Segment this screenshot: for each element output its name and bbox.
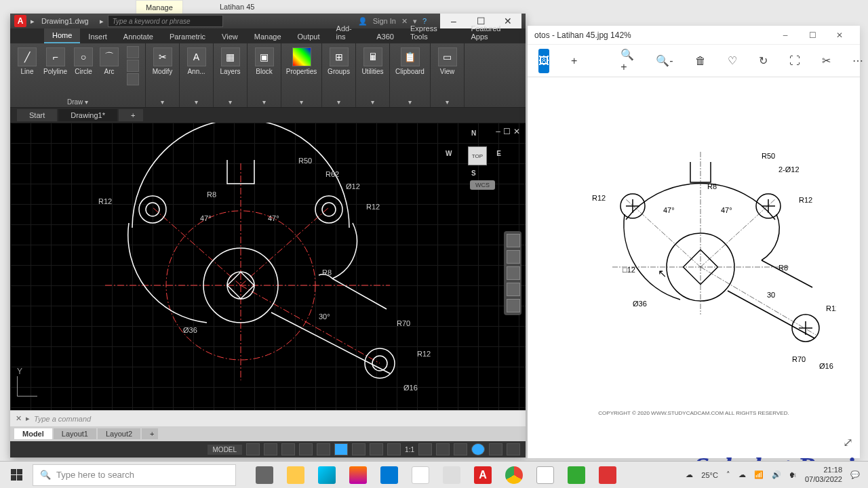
sb-polar-icon[interactable] [299, 443, 313, 455]
crop-icon[interactable]: ⛶ [789, 49, 800, 73]
sb-hardware-icon[interactable] [471, 443, 485, 455]
circle-tool[interactable]: ○Circle [73, 46, 94, 77]
autocad-logo-icon[interactable]: A [14, 15, 26, 27]
tab-manage[interactable]: Manage [246, 30, 290, 43]
photos-content[interactable]: R12 R12 R12 R8 R8 R50 2-Ø12 □12 Ø16 Ø36 … [528, 77, 860, 457]
drawing-canvas[interactable]: R12 R12 R12 R8 R8 R50 R62 Ø12 R70 Ø16 Ø3… [10, 123, 526, 410]
sb-grid-icon[interactable] [246, 443, 260, 455]
orbit-icon[interactable] [507, 283, 520, 296]
sb-iso-icon[interactable] [454, 443, 467, 455]
sb-model[interactable]: MODEL [208, 445, 243, 455]
tab-parametric[interactable]: Parametric [161, 30, 214, 43]
sb-3dosnap-icon[interactable] [334, 443, 348, 455]
app1-icon[interactable] [530, 462, 560, 489]
viewcube-top[interactable]: TOP [468, 146, 487, 165]
sb-snap-icon[interactable] [264, 443, 277, 455]
layout1-tab[interactable]: Layout1 [54, 428, 96, 439]
edge-icon[interactable] [312, 462, 342, 489]
photos-max-button[interactable]: ☐ [799, 26, 826, 45]
command-line[interactable]: ✕ ▸ Type a command [10, 410, 526, 426]
polyline-tool[interactable]: ⌐Polyline [42, 46, 68, 77]
tab-featured[interactable]: Featured Apps [462, 22, 526, 43]
camtasia-icon[interactable] [561, 462, 591, 489]
weather-temp[interactable]: 25°C [701, 471, 718, 479]
onedrive-icon[interactable]: ☁ [738, 470, 746, 479]
app2-icon[interactable] [593, 462, 623, 489]
sb-transparency-icon[interactable] [387, 443, 401, 455]
wifi-icon[interactable]: 📶 [754, 470, 764, 479]
tab-output[interactable]: Output [290, 30, 328, 43]
sb-lweight-icon[interactable] [370, 443, 383, 455]
sb-clean-icon[interactable] [489, 443, 502, 455]
photos-min-button[interactable]: – [772, 26, 799, 45]
autocad-search-input[interactable]: Type a keyword or phrase [108, 15, 223, 27]
collection-icon[interactable]: 🖼 [538, 49, 549, 73]
mail-icon[interactable] [406, 462, 435, 489]
favorite-icon[interactable]: ♡ [728, 49, 737, 73]
more-icon[interactable]: ⋯ [852, 49, 863, 73]
annotation-tool[interactable]: AAnn... [186, 46, 208, 77]
volume-icon[interactable]: 🔊 [772, 470, 781, 479]
tab-a360[interactable]: A360 [368, 30, 402, 43]
zoomout-icon[interactable]: 🔍- [656, 49, 673, 73]
properties-tool[interactable]: Properties [285, 46, 319, 77]
wcs-label[interactable]: WCS [470, 180, 495, 190]
view-tool[interactable]: ▭View [437, 46, 458, 77]
cmd-close-icon[interactable]: ✕ [16, 414, 22, 423]
zoom-icon[interactable] [507, 266, 520, 280]
filetab-start[interactable]: Start [17, 109, 57, 121]
edit-icon[interactable]: ✂ [822, 49, 831, 73]
delete-icon[interactable]: 🗑 [695, 49, 706, 73]
hatch-tool-icon[interactable] [127, 60, 139, 72]
rect-tool-icon[interactable] [127, 46, 139, 58]
layout2-tab[interactable]: Layout2 [98, 428, 140, 439]
sb-gear-icon[interactable] [418, 443, 432, 455]
line-tool[interactable]: ╱Line [16, 46, 38, 77]
viewport-max-icon[interactable]: ☐ [503, 127, 511, 136]
utilities-tool[interactable]: 🖩Utilities [360, 46, 384, 77]
fullnav-icon[interactable] [507, 234, 520, 247]
sb-osnap-icon[interactable] [317, 443, 330, 455]
layers-tool[interactable]: ▦Layers [219, 46, 242, 77]
draw-panel-label[interactable]: Draw ▾ [10, 98, 145, 106]
tab-view[interactable]: View [214, 30, 246, 43]
language-icon[interactable]: 🗣 [789, 471, 797, 479]
groups-tool[interactable]: ⊞Groups [326, 46, 351, 77]
tab-express[interactable]: Express Tools [402, 22, 462, 43]
tray-up-icon[interactable]: ˄ [726, 470, 730, 479]
arc-tool[interactable]: ⌒Arc [98, 46, 120, 77]
viewcube[interactable]: N S W E TOP [451, 129, 498, 177]
sb-otrack-icon[interactable] [352, 443, 366, 455]
sb-scale[interactable]: 1:1 [405, 446, 414, 453]
ellipse-tool-icon[interactable] [127, 73, 139, 85]
taskview-icon[interactable] [250, 462, 279, 489]
word-icon[interactable] [437, 462, 467, 489]
start-button[interactable] [0, 462, 33, 489]
showmotion-icon[interactable] [507, 299, 520, 312]
tab-addins[interactable]: Add-ins [328, 22, 369, 43]
modify-tool[interactable]: ✂Modify [151, 46, 174, 77]
clipboard-tool[interactable]: 📋Clipboard [394, 46, 426, 77]
zoomin-icon[interactable]: 🔍+ [620, 49, 634, 73]
new-tab-button[interactable]: + [119, 109, 143, 121]
photos-titlebar[interactable]: otos - Latihan 45.jpg 142% – ☐ ✕ [528, 26, 860, 45]
signin-label[interactable]: Sign In [373, 17, 396, 25]
explorer-icon[interactable] [281, 462, 311, 489]
model-tab[interactable]: Model [14, 428, 52, 439]
clock[interactable]: 21:18 07/03/2022 [805, 466, 842, 483]
pan-icon[interactable] [507, 250, 520, 264]
taskbar-search[interactable]: 🔍 Type here to search [33, 464, 236, 486]
tab-insert[interactable]: Insert [80, 30, 115, 43]
autocad-icon[interactable]: A [468, 462, 498, 489]
cmd-menu-icon[interactable]: ▸ [26, 414, 30, 423]
add-layout-button[interactable]: + [142, 428, 158, 439]
block-tool[interactable]: ▣Block [254, 46, 275, 77]
sb-ortho-icon[interactable] [281, 443, 295, 455]
viewport-close-icon[interactable]: ✕ [513, 127, 520, 136]
tab-home[interactable]: Home [44, 28, 80, 43]
weather-icon[interactable]: ☁ [686, 470, 693, 479]
sb-plus-icon[interactable] [436, 443, 450, 455]
rotate-icon[interactable]: ↻ [759, 49, 768, 73]
filetab-drawing1[interactable]: Drawing1* [58, 109, 117, 121]
photos-icon[interactable] [374, 462, 404, 489]
